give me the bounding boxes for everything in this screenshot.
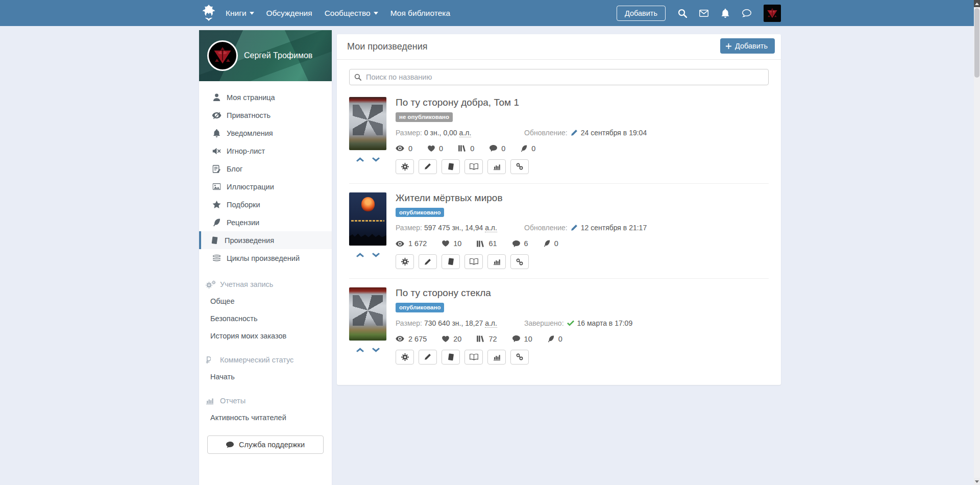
link-icon bbox=[516, 353, 523, 360]
date-value: 16 марта в 17:09 bbox=[577, 319, 633, 327]
sidebar-item-my-page[interactable]: Моя страница bbox=[199, 88, 332, 106]
page-scrollbar[interactable] bbox=[974, 0, 980, 485]
open-book-icon bbox=[470, 354, 478, 360]
sidebar-item-label: Уведомления bbox=[227, 129, 273, 137]
profile-avatar[interactable] bbox=[207, 40, 238, 71]
scroll-down-button[interactable] bbox=[974, 478, 980, 485]
work-stats: 1 672 10 61 6 0 bbox=[396, 239, 769, 248]
views-stat: 1 672 bbox=[396, 239, 427, 248]
read-button[interactable] bbox=[464, 254, 483, 269]
sidebar-item-label: Произведения bbox=[225, 236, 274, 245]
work-title[interactable]: По ту сторону стекла bbox=[396, 287, 769, 299]
add-work-button[interactable]: Добавить bbox=[720, 38, 775, 54]
profile-name: Сергей Трофимов bbox=[244, 51, 312, 60]
work-date: Завершено: 16 марта в 17:09 bbox=[524, 319, 632, 327]
edit-button[interactable] bbox=[419, 350, 437, 365]
scroll-up-button[interactable] bbox=[974, 0, 980, 7]
read-button[interactable] bbox=[464, 159, 483, 174]
link-button[interactable] bbox=[510, 254, 529, 269]
nav-item-my-library[interactable]: Моя библиотека bbox=[390, 9, 450, 18]
nav-item-community[interactable]: Сообщество bbox=[325, 9, 378, 18]
work-row: По ту сторону стекла опубликовано Размер… bbox=[349, 278, 769, 374]
date-value: 12 сентября в 21:17 bbox=[581, 224, 647, 232]
move-up-button[interactable] bbox=[356, 348, 364, 352]
sidebar-item-general[interactable]: Общее bbox=[199, 293, 332, 310]
sidebar-item-privacy[interactable]: Приватность bbox=[199, 106, 332, 124]
sidebar-item-illustrations[interactable]: Иллюстрации bbox=[199, 178, 332, 196]
stats-button[interactable] bbox=[487, 350, 506, 365]
sidebar-item-reader-activity[interactable]: Активность читателей bbox=[199, 409, 332, 426]
sidebar-item-series[interactable]: Циклы произведений bbox=[199, 249, 332, 267]
size-value: 597 475 зн., 14,94 bbox=[424, 224, 483, 232]
site-logo-icon[interactable] bbox=[199, 4, 218, 23]
support-button[interactable]: Служба поддержки bbox=[207, 435, 324, 454]
sidebar-item-ignore-list[interactable]: Игнор-лист bbox=[199, 142, 332, 160]
chat-icon[interactable] bbox=[742, 9, 751, 18]
search-icon[interactable] bbox=[678, 9, 687, 18]
user-avatar[interactable] bbox=[764, 5, 781, 22]
link-button[interactable] bbox=[510, 159, 529, 174]
settings-button[interactable] bbox=[396, 350, 414, 365]
book-cover[interactable] bbox=[349, 97, 386, 150]
stats-button[interactable] bbox=[487, 254, 506, 269]
views-stat: 2 675 bbox=[396, 335, 427, 343]
move-down-button[interactable] bbox=[372, 157, 380, 162]
mail-icon[interactable] bbox=[699, 9, 708, 18]
move-up-button[interactable] bbox=[356, 253, 364, 257]
nav-item-discussions[interactable]: Обсуждения bbox=[266, 9, 312, 18]
read-button[interactable] bbox=[464, 350, 483, 365]
sidebar-item-reviews[interactable]: Рецензии bbox=[199, 213, 332, 231]
pencil-icon bbox=[424, 353, 431, 360]
sidebar-item-collections[interactable]: Подборки bbox=[199, 196, 332, 213]
sidebar-section-account: Учетная запись Общее Безопасность Истори… bbox=[199, 276, 332, 345]
chapters-button[interactable] bbox=[442, 350, 460, 365]
navbar-add-button[interactable]: Добавить bbox=[617, 6, 666, 21]
sidebar-item-label: Иллюстрации bbox=[227, 183, 274, 191]
settings-button[interactable] bbox=[396, 159, 414, 174]
move-up-button[interactable] bbox=[356, 157, 364, 162]
edit-button[interactable] bbox=[419, 254, 437, 269]
libraries-stat: 72 bbox=[477, 335, 497, 343]
sidebar-item-order-history[interactable]: История моих заказов bbox=[199, 327, 332, 345]
views-count: 2 675 bbox=[408, 335, 427, 343]
nav-item-discussions-label: Обсуждения bbox=[266, 9, 312, 18]
search-input[interactable] bbox=[349, 69, 769, 85]
work-title[interactable]: По ту сторону добра, Том 1 bbox=[396, 97, 769, 108]
plus-icon bbox=[726, 43, 731, 49]
sidebar-item-start-commercial[interactable]: Начать bbox=[199, 368, 332, 385]
image-icon bbox=[212, 182, 222, 191]
sidebar-item-blog[interactable]: Блог bbox=[199, 160, 332, 178]
link-button[interactable] bbox=[510, 350, 529, 365]
sidebar-item-notifications[interactable]: Уведомления bbox=[199, 124, 332, 142]
gear-icon bbox=[401, 258, 409, 265]
edit-button[interactable] bbox=[419, 159, 437, 174]
libraries-count: 61 bbox=[488, 239, 497, 248]
reviews-stat: 0 bbox=[544, 239, 558, 248]
library-icon bbox=[458, 145, 466, 152]
comment-icon bbox=[512, 335, 520, 342]
add-work-button-label: Добавить bbox=[735, 42, 768, 50]
section-header-label: Отчеты bbox=[220, 397, 246, 405]
size-unit: а.л. bbox=[459, 129, 472, 137]
move-down-button[interactable] bbox=[372, 348, 380, 352]
move-down-button[interactable] bbox=[372, 253, 380, 257]
work-title[interactable]: Жители мёртвых миров bbox=[396, 192, 769, 204]
book-cover[interactable] bbox=[349, 287, 386, 341]
chapters-button[interactable] bbox=[442, 159, 460, 174]
section-header-reports: Отчеты bbox=[199, 393, 332, 409]
section-header-label: Коммерческий статус bbox=[220, 356, 293, 364]
status-badge: опубликовано bbox=[396, 303, 444, 312]
sidebar-item-security[interactable]: Безопасность bbox=[199, 310, 332, 327]
book-icon bbox=[447, 353, 455, 361]
scrollbar-thumb[interactable] bbox=[974, 8, 979, 78]
chapters-button[interactable] bbox=[442, 254, 460, 269]
bell-icon[interactable] bbox=[721, 9, 730, 18]
views-count: 1 672 bbox=[408, 239, 427, 248]
gears-icon bbox=[206, 280, 216, 288]
nav-item-books[interactable]: Книги bbox=[226, 9, 254, 18]
settings-button[interactable] bbox=[396, 254, 414, 269]
comments-stat: 6 bbox=[512, 239, 528, 248]
stats-button[interactable] bbox=[487, 159, 506, 174]
book-cover[interactable] bbox=[349, 192, 386, 246]
sidebar-item-works[interactable]: Произведения bbox=[199, 231, 332, 249]
